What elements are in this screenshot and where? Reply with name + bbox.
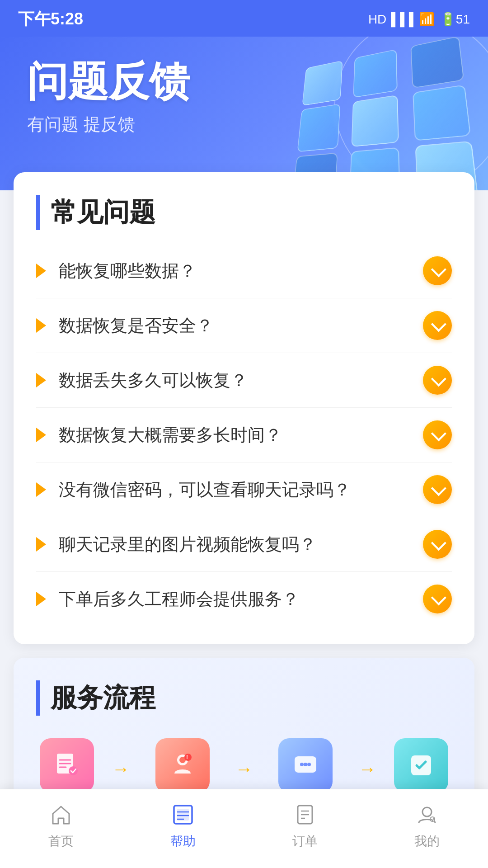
faq-chevron-2[interactable] — [423, 311, 452, 340]
faq-arrow-icon-6 — [36, 537, 46, 552]
faq-item-5[interactable]: 没有微信密码，可以查看聊天记录吗？ — [36, 462, 452, 517]
help-icon — [171, 803, 195, 828]
faq-arrow-icon-5 — [36, 482, 46, 497]
nav-orders-label: 订单 — [292, 833, 318, 850]
status-time: 下午5:28 — [18, 8, 83, 30]
faq-text-2: 数据恢复是否安全？ — [59, 314, 213, 337]
main-content: 常见问题 能恢复哪些数据？ 数据恢复是否安全？ 数据丢失多久可以恢复？ — [0, 172, 488, 845]
status-icons: HD▐▐▐ 📶 🔋51 — [368, 12, 470, 27]
step-arrow-3: → — [358, 759, 376, 779]
faq-item-4[interactable]: 数据恢复大概需要多长时间？ — [36, 408, 452, 462]
home-icon — [49, 803, 73, 828]
faq-text-1: 能恢复哪些数据？ — [59, 259, 196, 283]
nav-orders[interactable]: 订单 — [274, 798, 336, 854]
step-2-icon: ! — [155, 738, 210, 793]
faq-text-7: 下单后多久工程师会提供服务？ — [59, 588, 299, 611]
faq-item-3[interactable]: 数据丢失多久可以恢复？ — [36, 353, 452, 408]
faq-arrow-icon-2 — [36, 318, 46, 333]
step-3-icon — [278, 738, 333, 793]
faq-text-5: 没有微信密码，可以查看聊天记录吗？ — [59, 478, 351, 501]
faq-item-6[interactable]: 聊天记录里的图片视频能恢复吗？ — [36, 517, 452, 572]
nav-mine-label: 我的 — [414, 833, 440, 850]
hero-section: 问题反馈 有问题 提反馈 — [0, 37, 488, 190]
faq-chevron-4[interactable] — [423, 420, 452, 449]
service-title: 服务流程 — [36, 680, 452, 716]
svg-text:!: ! — [186, 754, 188, 760]
faq-chevron-6[interactable] — [423, 530, 452, 559]
nav-help-label: 帮助 — [170, 833, 196, 850]
faq-text-6: 聊天记录里的图片视频能恢复吗？ — [59, 533, 316, 556]
step-4-icon — [394, 738, 448, 793]
status-bar: 下午5:28 HD▐▐▐ 📶 🔋51 — [0, 0, 488, 37]
svg-point-4 — [69, 766, 78, 775]
svg-point-12 — [307, 763, 311, 766]
nav-home-label: 首页 — [48, 833, 74, 850]
faq-item-1[interactable]: 能恢复哪些数据？ — [36, 244, 452, 298]
svg-point-23 — [422, 807, 432, 816]
faq-card: 常见问题 能恢复哪些数据？ 数据恢复是否安全？ 数据丢失多久可以恢复？ — [14, 172, 474, 644]
faq-chevron-5[interactable] — [423, 475, 452, 504]
wifi-icon: 📶 — [419, 12, 435, 27]
svg-point-7 — [184, 754, 192, 761]
step-arrow-1: → — [112, 759, 130, 779]
cubes-decoration — [285, 41, 474, 186]
signal-icon: HD▐▐▐ — [368, 12, 413, 27]
faq-arrow-icon — [36, 264, 46, 278]
faq-chevron-7[interactable] — [423, 585, 452, 613]
nav-mine[interactable]: 我的 — [396, 798, 458, 854]
faq-chevron-3[interactable] — [423, 366, 452, 395]
bottom-nav: 首页 帮助 订单 — [0, 789, 488, 868]
step-arrow-2: → — [235, 759, 253, 779]
nav-help[interactable]: 帮助 — [152, 798, 214, 854]
svg-point-11 — [304, 763, 307, 766]
svg-point-10 — [300, 763, 304, 766]
battery-icon: 🔋51 — [440, 12, 470, 27]
faq-text-4: 数据恢复大概需要多长时间？ — [59, 424, 282, 447]
faq-arrow-icon-3 — [36, 373, 46, 387]
nav-home[interactable]: 首页 — [30, 798, 92, 854]
step-1-icon — [40, 738, 94, 793]
faq-title: 常见问题 — [36, 195, 452, 230]
faq-chevron-1[interactable] — [423, 256, 452, 285]
faq-arrow-icon-7 — [36, 592, 46, 606]
mine-icon — [415, 803, 439, 828]
orders-icon — [293, 803, 317, 828]
faq-item-2[interactable]: 数据恢复是否安全？ — [36, 298, 452, 353]
faq-arrow-icon-4 — [36, 428, 46, 442]
faq-item-7[interactable]: 下单后多久工程师会提供服务？ — [36, 572, 452, 626]
faq-text-3: 数据丢失多久可以恢复？ — [59, 369, 248, 392]
